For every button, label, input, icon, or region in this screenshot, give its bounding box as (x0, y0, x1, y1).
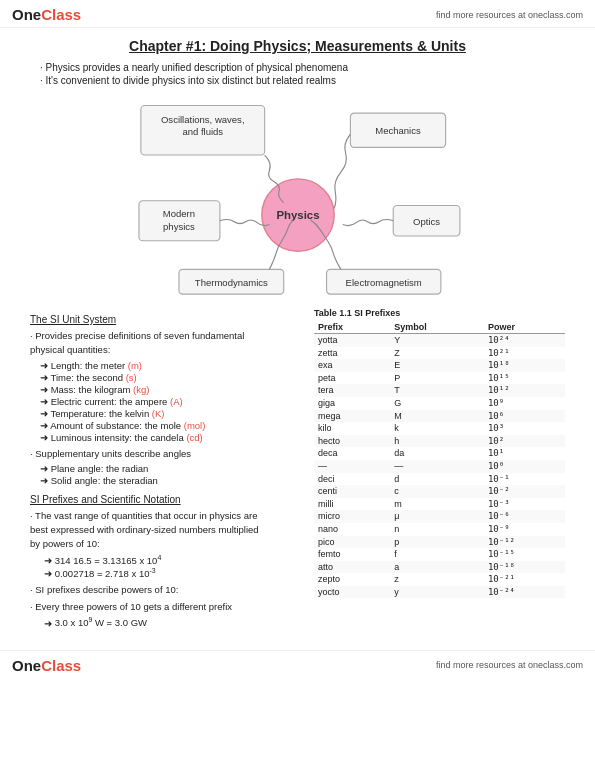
supp-solid: Solid angle: the steradian (40, 475, 300, 486)
physics-diagram: Oscillations, waves, and fluids Mechanic… (30, 96, 565, 296)
table-cell: 10⁻⁶ (484, 510, 565, 523)
table-cell: yocto (314, 586, 390, 599)
quantity-mole: Amount of substance: the mole (mol) (40, 420, 300, 431)
table-cell: kilo (314, 422, 390, 435)
table-cell: Z (390, 347, 484, 360)
si-prefixes-bullet2: · Every three powers of 10 gets a differ… (30, 600, 300, 614)
table-cell: deci (314, 473, 390, 486)
table-cell: 10² (484, 435, 565, 448)
svg-text:physics: physics (163, 221, 195, 232)
table-row: hectoh10² (314, 435, 565, 448)
supp-plane: Plane angle: the radian (40, 463, 300, 474)
math-1: 314 16.5 = 3.13165 x 104 (44, 554, 300, 566)
quantity-time: Time: the second (s) (40, 372, 300, 383)
quantity-temp: Temperature: the kelvin (K) (40, 408, 300, 419)
table-row: gigaG10⁹ (314, 397, 565, 410)
table-cell: 10²¹ (484, 347, 565, 360)
quantity-mass: Mass: the kilogram (kg) (40, 384, 300, 395)
quantity-current: Electric current: the ampere (A) (40, 396, 300, 407)
table-cell: — (314, 460, 390, 473)
table-cell: hecto (314, 435, 390, 448)
footer-logo: OneClass (12, 657, 81, 674)
table-cell: μ (390, 510, 484, 523)
supp-text: · Supplementary units describe angles (30, 447, 300, 461)
chapter-title: Chapter #1: Doing Physics; Measurements … (30, 38, 565, 54)
table-row: yoctoy10⁻²⁴ (314, 586, 565, 599)
table-row: kilok10³ (314, 422, 565, 435)
table-row: decada10¹ (314, 447, 565, 460)
table-row: petaP10¹⁵ (314, 372, 565, 385)
math-2: 0.002718 = 2.718 x 10-3 (44, 567, 300, 579)
table-cell: z (390, 573, 484, 586)
table-cell: E (390, 359, 484, 372)
table-cell: M (390, 410, 484, 423)
svg-text:Optics: Optics (413, 216, 440, 227)
table-row: exaE10¹⁸ (314, 359, 565, 372)
table-cell: 10¹ (484, 447, 565, 460)
table-row: megaM10⁶ (314, 410, 565, 423)
table-cell: micro (314, 510, 390, 523)
table-row: microμ10⁻⁶ (314, 510, 565, 523)
si-prefixes-title: SI Prefixes and Scientific Notation (30, 494, 300, 505)
table-cell: Y (390, 334, 484, 347)
main-content: Chapter #1: Doing Physics; Measurements … (0, 28, 595, 640)
two-col-section: The SI Unit System · Provides precise de… (30, 308, 565, 630)
col-prefix: Prefix (314, 321, 390, 334)
table-cell: 10⁻¹⁵ (484, 548, 565, 561)
header: OneClass find more resources at oneclass… (0, 0, 595, 28)
table-cell: zepto (314, 573, 390, 586)
table-cell: h (390, 435, 484, 448)
table-cell: deca (314, 447, 390, 460)
table-cell: 10⁻⁹ (484, 523, 565, 536)
quantity-length: Length: the meter (m) (40, 360, 300, 371)
svg-text:Mechanics: Mechanics (375, 125, 421, 136)
table-cell: tera (314, 384, 390, 397)
table-cell: 10⁻²¹ (484, 573, 565, 586)
table-cell: 10⁻² (484, 485, 565, 498)
table-cell: p (390, 536, 484, 549)
table-cell: n (390, 523, 484, 536)
table-cell: k (390, 422, 484, 435)
svg-text:and fluids: and fluids (182, 126, 223, 137)
table-cell: 10⁻¹² (484, 536, 565, 549)
table-row: centic10⁻² (314, 485, 565, 498)
table-cell: 10¹² (484, 384, 565, 397)
col-power: Power (484, 321, 565, 334)
svg-text:Electromagnetism: Electromagnetism (345, 277, 421, 288)
svg-text:Thermodynamics: Thermodynamics (194, 277, 267, 288)
quantity-candela: Luminous intensity: the candela (cd) (40, 432, 300, 443)
table-row: teraT10¹² (314, 384, 565, 397)
table-row: decid10⁻¹ (314, 473, 565, 486)
table-title: Table 1.1 SI Prefixes (314, 308, 565, 318)
svg-text:Oscillations, waves,: Oscillations, waves, (160, 114, 244, 125)
table-cell: nano (314, 523, 390, 536)
si-prefixes-bullet1: · SI prefixes describe powers of 10: (30, 583, 300, 597)
table-row: nanon10⁻⁹ (314, 523, 565, 536)
table-cell: f (390, 548, 484, 561)
table-row: zettaZ10²¹ (314, 347, 565, 360)
intro-bullets: Physics provides a nearly unified descri… (30, 62, 565, 86)
table-row: picop10⁻¹² (314, 536, 565, 549)
table-cell: milli (314, 498, 390, 511)
table-cell: atto (314, 561, 390, 574)
table-cell: peta (314, 372, 390, 385)
col-symbol: Symbol (390, 321, 484, 334)
header-link: find more resources at oneclass.com (436, 10, 583, 20)
right-column: Table 1.1 SI Prefixes Prefix Symbol Powe… (314, 308, 565, 630)
table-row: femtof10⁻¹⁵ (314, 548, 565, 561)
table-cell: 10⁻²⁴ (484, 586, 565, 599)
table-cell: 10⁻³ (484, 498, 565, 511)
table-cell: 10²⁴ (484, 334, 565, 347)
table-cell: y (390, 586, 484, 599)
table-cell: 10¹⁵ (484, 372, 565, 385)
table-cell: 10³ (484, 422, 565, 435)
header-logo: OneClass (12, 6, 81, 23)
table-cell: c (390, 485, 484, 498)
table-cell: zetta (314, 347, 390, 360)
table-cell: 10⁻¹⁸ (484, 561, 565, 574)
table-cell: da (390, 447, 484, 460)
table-cell: exa (314, 359, 390, 372)
bullet-2: It's convenient to divide physics into s… (40, 75, 565, 86)
table-row: ——10⁰ (314, 460, 565, 473)
table-row: attoa10⁻¹⁸ (314, 561, 565, 574)
